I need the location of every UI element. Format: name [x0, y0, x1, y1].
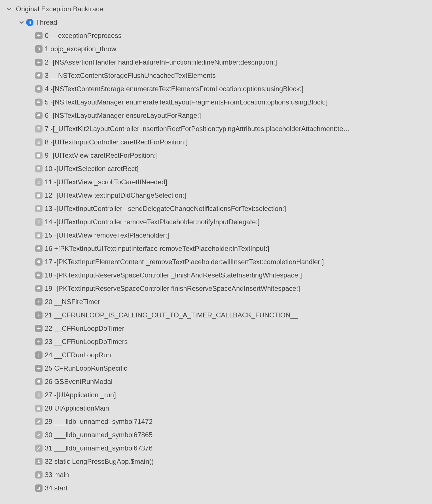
stack-frame-label: 18 -[PKTextInputReserveSpaceController _… [45, 271, 302, 279]
stack-icon [35, 232, 43, 239]
stack-frame-row[interactable]: 4 -[NSTextContentStorage enumerateTextEl… [0, 82, 432, 95]
stack-icon [35, 152, 43, 159]
stack-frame-label: 27 -[UIApplication _run] [45, 391, 116, 399]
plus-icon [35, 311, 43, 319]
stack-frame-row[interactable]: 25 CFRunLoopRunSpecific [0, 362, 432, 375]
backtrace-root-row[interactable]: Original Exception Backtrace [0, 2, 432, 16]
stack-frame-row[interactable]: 12 -[UITextView textInputDidChangeSelect… [0, 189, 432, 202]
stack-frame-label: 34 start [45, 484, 67, 492]
stack-frame-row[interactable]: 33 main [0, 468, 432, 481]
pencil-icon [35, 445, 43, 452]
db-icon [35, 85, 43, 93]
stack-frame-label: 23 __CFRunLoopDoTimers [45, 338, 128, 346]
stack-frame-label: 29 ___lldb_unnamed_symbol71472 [45, 418, 153, 426]
stack-frame-label: 7 -[_UITextKit2LayoutController insertio… [45, 125, 350, 133]
stack-icon [35, 391, 43, 399]
plus-icon [35, 338, 43, 345]
backtrace-tree: Original Exception Backtrace Thread 0 __… [0, 0, 432, 495]
stack-frame-label: 14 -[UITextInputController removeTextPla… [45, 218, 260, 226]
stack-frame-row[interactable]: 0 __exceptionPreprocess [0, 29, 432, 42]
stack-frame-row[interactable]: 20 __NSFireTimer [0, 295, 432, 308]
backtrace-root-label: Original Exception Backtrace [16, 5, 103, 13]
stack-frame-label: 30 ___lldb_unnamed_symbol67865 [45, 431, 153, 439]
stack-icon [35, 405, 43, 412]
stack-frame-row[interactable]: 18 -[PKTextInputReserveSpaceController _… [0, 268, 432, 282]
stack-frame-row[interactable]: 9 -[UITextView caretRectForPosition:] [0, 149, 432, 162]
stack-frame-row[interactable]: 3 __NSTextContentStorageFlushUncachedTex… [0, 69, 432, 82]
stack-frame-row[interactable]: 16 +[PKTextInputUITextInputInterface rem… [0, 242, 432, 255]
stack-frame-row[interactable]: 32 static LongPressBugApp.$main() [0, 455, 432, 468]
stack-frame-label: 31 ___lldb_unnamed_symbol67376 [45, 444, 153, 452]
stack-icon [35, 205, 43, 212]
pencil-icon [35, 431, 43, 439]
stack-frame-row[interactable]: 1 objc_exception_throw [0, 42, 432, 55]
db-icon [35, 72, 43, 79]
db-icon [35, 378, 43, 385]
thread-icon [26, 19, 33, 26]
stack-frame-row[interactable]: 2 -[NSAssertionHandler handleFailureInFu… [0, 55, 432, 69]
thread-label: Thread [36, 18, 57, 26]
stack-frame-row[interactable]: 13 -[UITextInputController _sendDelegate… [0, 202, 432, 215]
stack-frame-row[interactable]: 11 -[UITextView _scrollToCaretIfNeeded] [0, 175, 432, 189]
stack-frame-row[interactable]: 17 -[PKTextInputElementContent _removeTe… [0, 255, 432, 268]
plus-icon [35, 59, 43, 66]
person-icon [35, 458, 43, 465]
stack-frame-label: 20 __NSFireTimer [45, 298, 100, 306]
stack-frame-label: 26 GSEventRunModal [45, 378, 113, 386]
stack-frame-label: 9 -[UITextView caretRectForPosition:] [45, 151, 158, 159]
stack-frame-row[interactable]: 19 -[PKTextInputReserveSpaceController f… [0, 282, 432, 295]
stack-frame-row[interactable]: 28 UIApplicationMain [0, 402, 432, 415]
pillar-icon [35, 45, 43, 53]
db-icon [35, 99, 43, 106]
chevron-down-icon[interactable] [19, 20, 24, 25]
plus-icon [35, 365, 43, 372]
stack-frame-label: 13 -[UITextInputController _sendDelegate… [45, 205, 286, 213]
stack-frame-label: 22 __CFRunLoopDoTimer [45, 324, 124, 332]
stack-frame-label: 16 +[PKTextInputUITextInputInterface rem… [45, 245, 269, 253]
stack-frame-label: 19 -[PKTextInputReserveSpaceController f… [45, 285, 300, 292]
frames-container: 0 __exceptionPreprocess1 objc_exception_… [0, 29, 432, 495]
db-icon [35, 272, 43, 279]
stack-icon [35, 138, 43, 146]
db-icon [35, 112, 43, 119]
stack-frame-row[interactable]: 31 ___lldb_unnamed_symbol67376 [0, 441, 432, 455]
stack-frame-row[interactable]: 14 -[UITextInputController removeTextPla… [0, 215, 432, 228]
stack-icon [35, 218, 43, 226]
stack-frame-row[interactable]: 27 -[UIApplication _run] [0, 388, 432, 402]
stack-frame-row[interactable]: 26 GSEventRunModal [0, 375, 432, 388]
stack-frame-row[interactable]: 10 -[UITextSelection caretRect] [0, 162, 432, 175]
stack-icon [35, 192, 43, 199]
stack-frame-row[interactable]: 29 ___lldb_unnamed_symbol71472 [0, 415, 432, 428]
stack-frame-label: 11 -[UITextView _scrollToCaretIfNeeded] [45, 178, 167, 186]
stack-icon [35, 165, 43, 172]
stack-frame-row[interactable]: 21 __CFRUNLOOP_IS_CALLING_OUT_TO_A_TIMER… [0, 308, 432, 322]
stack-frame-row[interactable]: 7 -[_UITextKit2LayoutController insertio… [0, 122, 432, 135]
person-icon [35, 471, 43, 479]
db-icon [35, 245, 43, 252]
stack-frame-label: 17 -[PKTextInputElementContent _removeTe… [45, 258, 324, 266]
stack-frame-label: 2 -[NSAssertionHandler handleFailureInFu… [45, 58, 277, 66]
pencil-icon [35, 418, 43, 425]
stack-frame-row[interactable]: 22 __CFRunLoopDoTimer [0, 322, 432, 335]
pillar-icon [35, 484, 43, 492]
stack-frame-row[interactable]: 5 -[NSTextLayoutManager enumerateTextLay… [0, 95, 432, 109]
stack-frame-row[interactable]: 24 __CFRunLoopRun [0, 348, 432, 362]
stack-frame-label: 25 CFRunLoopRunSpecific [45, 364, 127, 372]
chevron-down-icon[interactable] [6, 6, 12, 12]
stack-frame-label: 24 __CFRunLoopRun [45, 351, 111, 359]
stack-frame-label: 8 -[UITextInputController caretRectForPo… [45, 138, 188, 146]
stack-frame-row[interactable]: 23 __CFRunLoopDoTimers [0, 335, 432, 348]
stack-frame-row[interactable]: 8 -[UITextInputController caretRectForPo… [0, 135, 432, 149]
stack-frame-row[interactable]: 34 start [0, 481, 432, 495]
thread-row[interactable]: Thread [0, 16, 432, 29]
stack-frame-label: 10 -[UITextSelection caretRect] [45, 165, 139, 173]
stack-frame-label: 33 main [45, 471, 69, 479]
stack-frame-label: 4 -[NSTextContentStorage enumerateTextEl… [45, 85, 303, 93]
plus-icon [35, 298, 43, 306]
plus-icon [35, 325, 43, 332]
stack-frame-row[interactable]: 30 ___lldb_unnamed_symbol67865 [0, 428, 432, 441]
stack-frame-row[interactable]: 6 -[NSTextLayoutManager ensureLayoutForR… [0, 109, 432, 122]
db-icon [35, 285, 43, 292]
stack-icon [35, 125, 43, 133]
stack-frame-row[interactable]: 15 -[UITextView removeTextPlaceholder:] [0, 228, 432, 242]
